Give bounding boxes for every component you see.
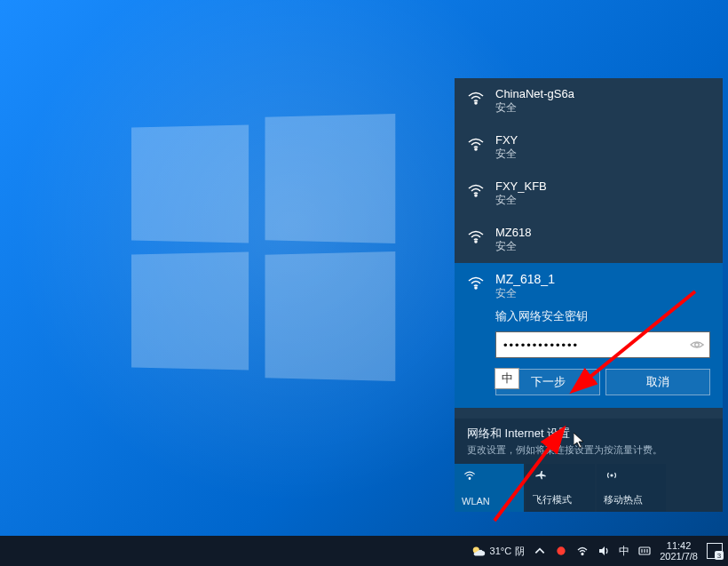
wifi-name: FXY_KFB: [495, 179, 547, 193]
password-input[interactable]: [495, 331, 710, 358]
wifi-network-item-selected[interactable]: MZ_618_1 安全 输入网络安全密钥 中 下一步 取消: [455, 263, 723, 408]
weather-icon: [471, 543, 487, 559]
wifi-network-item[interactable]: MZ618 安全: [455, 217, 723, 263]
windows-logo: [129, 116, 395, 382]
cancel-button[interactable]: 取消: [605, 369, 710, 395]
wifi-name: FXY: [495, 133, 518, 147]
tile-label: 移动热点: [604, 493, 643, 506]
wifi-icon: [467, 181, 485, 199]
wifi-network-item[interactable]: FXY_KFB 安全: [455, 171, 723, 217]
ime-indicator-badge[interactable]: 中: [495, 368, 519, 389]
wifi-icon: [467, 227, 485, 245]
wifi-status: 安全: [495, 100, 574, 116]
svg-point-12: [582, 554, 583, 555]
network-settings-section: 网络和 Internet 设置 更改设置，例如将某连接设置为按流量计费。 WLA…: [455, 419, 723, 512]
weather-desc: 阴: [515, 545, 525, 558]
wifi-network-item[interactable]: ChinaNet-gS6a 安全: [455, 78, 723, 124]
wifi-icon: [462, 469, 478, 485]
weather-widget[interactable]: 31°C 阴: [471, 543, 526, 559]
wifi-status: 安全: [495, 193, 547, 208]
password-prompt-label: 输入网络安全密钥: [495, 308, 710, 324]
svg-point-3: [475, 241, 477, 243]
notification-badge: 3: [715, 551, 724, 560]
wifi-status: 安全: [495, 239, 531, 254]
settings-subtitle: 更改设置，例如将某连接设置为按流量计费。: [467, 443, 710, 457]
svg-point-4: [475, 287, 477, 289]
clock-time: 11:42: [667, 540, 692, 551]
hotspot-icon: [604, 469, 620, 485]
svg-point-6: [469, 478, 471, 480]
svg-point-11: [558, 546, 566, 554]
record-icon[interactable]: [555, 545, 567, 557]
wifi-icon: [467, 89, 485, 107]
svg-point-0: [475, 102, 477, 104]
svg-point-1: [475, 148, 477, 150]
tile-label: 飞行模式: [533, 493, 572, 506]
wifi-name: MZ618: [495, 226, 531, 239]
action-center-icon[interactable]: 3: [707, 543, 723, 559]
wifi-name: ChinaNet-gS6a: [495, 87, 574, 100]
settings-link[interactable]: 网络和 Internet 设置: [467, 426, 710, 442]
wifi-icon: [467, 274, 485, 291]
airplane-icon: [533, 469, 549, 485]
taskbar: 31°C 阴 中 11:42 2021/7/8 3: [0, 536, 728, 566]
tile-wlan[interactable]: WLAN: [455, 464, 524, 512]
ime-mode-icon[interactable]: [638, 545, 651, 557]
wifi-icon: [467, 135, 485, 153]
tile-label: WLAN: [462, 496, 490, 506]
wifi-status: 安全: [495, 147, 518, 162]
volume-tray-icon[interactable]: [597, 545, 610, 557]
wifi-status: 安全: [495, 286, 555, 301]
ime-tray-indicator[interactable]: 中: [619, 544, 629, 559]
chevron-up-icon[interactable]: [534, 545, 546, 557]
wifi-flyout-panel: ChinaNet-gS6a 安全 FXY 安全 FXY_KFB 安全 MZ618…: [455, 78, 723, 512]
reveal-password-icon[interactable]: [689, 337, 705, 353]
svg-point-2: [475, 195, 477, 196]
wifi-name: MZ_618_1: [495, 272, 555, 286]
svg-point-5: [695, 343, 700, 347]
tile-hotspot[interactable]: 移动热点: [597, 464, 666, 512]
network-tray-icon[interactable]: [576, 545, 589, 557]
wifi-network-item[interactable]: FXY 安全: [455, 124, 723, 171]
weather-temp: 31°C: [490, 546, 512, 556]
taskbar-clock[interactable]: 11:42 2021/7/8: [660, 540, 698, 562]
tile-airplane[interactable]: 飞行模式: [526, 464, 595, 512]
clock-date: 2021/7/8: [660, 551, 698, 562]
svg-point-7: [611, 474, 613, 476]
